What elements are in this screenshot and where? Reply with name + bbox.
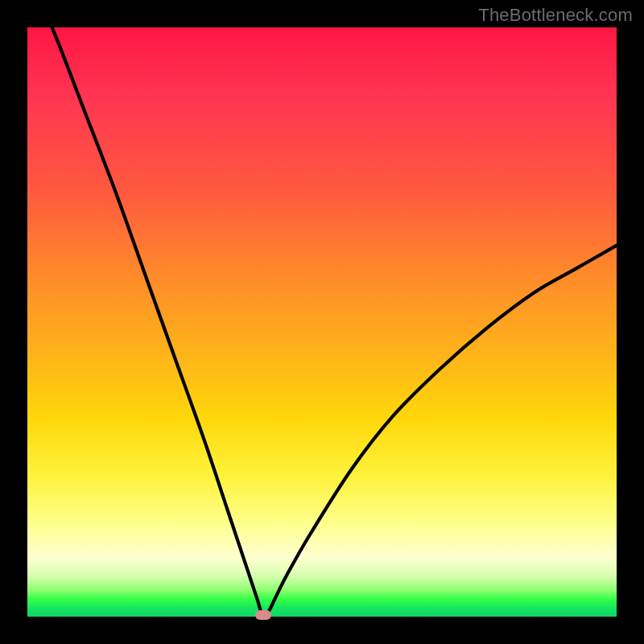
plot-area [27,27,617,617]
minimum-marker [255,610,271,620]
bottleneck-curve [27,27,617,617]
watermark-text: TheBottleneck.com [478,5,633,26]
chart-frame: TheBottleneck.com [0,0,644,644]
